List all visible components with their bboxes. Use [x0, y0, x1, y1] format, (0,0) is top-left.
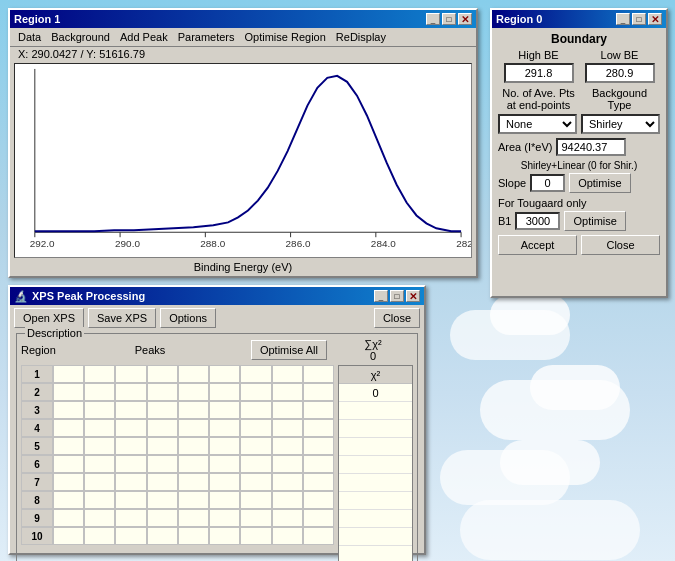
cell-4-4[interactable] — [147, 419, 178, 437]
cell-6-1[interactable] — [53, 455, 84, 473]
cell-4-9[interactable] — [303, 419, 334, 437]
xps-maximize-button[interactable]: □ — [390, 290, 404, 302]
low-be-input[interactable] — [585, 63, 655, 83]
cell-3-5[interactable] — [178, 401, 209, 419]
cell-1-9[interactable] — [303, 365, 334, 383]
cell-4-8[interactable] — [272, 419, 303, 437]
cell-1-5[interactable] — [178, 365, 209, 383]
cell-7-7[interactable] — [240, 473, 271, 491]
region1-maximize-button[interactable]: □ — [442, 13, 456, 25]
cell-2-5[interactable] — [178, 383, 209, 401]
shirley-select[interactable]: Shirley — [581, 114, 660, 134]
cell-1-4[interactable] — [147, 365, 178, 383]
cell-1-6[interactable] — [209, 365, 240, 383]
cell-5-8[interactable] — [272, 437, 303, 455]
cell-2-7[interactable] — [240, 383, 271, 401]
none-select[interactable]: None — [498, 114, 577, 134]
slope-optimise-button[interactable]: Optimise — [569, 173, 630, 193]
cell-4-2[interactable] — [84, 419, 115, 437]
cell-1-3[interactable] — [115, 365, 146, 383]
options-button[interactable]: Options — [160, 308, 216, 328]
cell-10-2[interactable] — [84, 527, 115, 545]
cell-1-1[interactable] — [53, 365, 84, 383]
cell-1-8[interactable] — [272, 365, 303, 383]
optimise-all-button[interactable]: Optimise All — [251, 340, 327, 360]
cell-3-3[interactable] — [115, 401, 146, 419]
cell-5-2[interactable] — [84, 437, 115, 455]
cell-8-1[interactable] — [53, 491, 84, 509]
region0-close-btn[interactable]: Close — [581, 235, 660, 255]
cell-3-6[interactable] — [209, 401, 240, 419]
save-xps-button[interactable]: Save XPS — [88, 308, 156, 328]
region1-minimize-button[interactable]: _ — [426, 13, 440, 25]
menu-background[interactable]: Background — [47, 30, 114, 44]
cell-6-7[interactable] — [240, 455, 271, 473]
cell-2-8[interactable] — [272, 383, 303, 401]
slope-input[interactable] — [530, 174, 565, 192]
cell-4-7[interactable] — [240, 419, 271, 437]
region0-minimize-button[interactable]: _ — [616, 13, 630, 25]
cell-8-4[interactable] — [147, 491, 178, 509]
cell-5-1[interactable] — [53, 437, 84, 455]
cell-10-9[interactable] — [303, 527, 334, 545]
cell-5-7[interactable] — [240, 437, 271, 455]
cell-10-5[interactable] — [178, 527, 209, 545]
cell-6-5[interactable] — [178, 455, 209, 473]
cell-9-7[interactable] — [240, 509, 271, 527]
cell-1-2[interactable] — [84, 365, 115, 383]
cell-8-6[interactable] — [209, 491, 240, 509]
cell-5-4[interactable] — [147, 437, 178, 455]
cell-4-5[interactable] — [178, 419, 209, 437]
cell-4-6[interactable] — [209, 419, 240, 437]
cell-4-1[interactable] — [53, 419, 84, 437]
cell-8-8[interactable] — [272, 491, 303, 509]
cell-6-6[interactable] — [209, 455, 240, 473]
menu-data[interactable]: Data — [14, 30, 45, 44]
cell-7-3[interactable] — [115, 473, 146, 491]
cell-9-6[interactable] — [209, 509, 240, 527]
menu-add-peak[interactable]: Add Peak — [116, 30, 172, 44]
region1-close-button[interactable]: ✕ — [458, 13, 472, 25]
cell-7-2[interactable] — [84, 473, 115, 491]
cell-6-8[interactable] — [272, 455, 303, 473]
cell-9-8[interactable] — [272, 509, 303, 527]
accept-button[interactable]: Accept — [498, 235, 577, 255]
menu-optimise-region[interactable]: Optimise Region — [241, 30, 330, 44]
cell-8-5[interactable] — [178, 491, 209, 509]
open-xps-button[interactable]: Open XPS — [14, 308, 84, 328]
cell-7-5[interactable] — [178, 473, 209, 491]
cell-3-4[interactable] — [147, 401, 178, 419]
cell-3-9[interactable] — [303, 401, 334, 419]
cell-3-7[interactable] — [240, 401, 271, 419]
cell-2-6[interactable] — [209, 383, 240, 401]
high-be-input[interactable] — [504, 63, 574, 83]
cell-3-8[interactable] — [272, 401, 303, 419]
cell-9-4[interactable] — [147, 509, 178, 527]
cell-2-9[interactable] — [303, 383, 334, 401]
cell-8-2[interactable] — [84, 491, 115, 509]
cell-8-9[interactable] — [303, 491, 334, 509]
cell-5-3[interactable] — [115, 437, 146, 455]
cell-7-8[interactable] — [272, 473, 303, 491]
cell-8-7[interactable] — [240, 491, 271, 509]
menu-parameters[interactable]: Parameters — [174, 30, 239, 44]
cell-6-2[interactable] — [84, 455, 115, 473]
cell-3-1[interactable] — [53, 401, 84, 419]
cell-10-8[interactable] — [272, 527, 303, 545]
cell-4-3[interactable] — [115, 419, 146, 437]
b1-optimise-button[interactable]: Optimise — [564, 211, 625, 231]
cell-2-1[interactable] — [53, 383, 84, 401]
cell-2-2[interactable] — [84, 383, 115, 401]
cell-7-4[interactable] — [147, 473, 178, 491]
cell-10-3[interactable] — [115, 527, 146, 545]
cell-10-1[interactable] — [53, 527, 84, 545]
xps-close-btn[interactable]: Close — [374, 308, 420, 328]
cell-1-7[interactable] — [240, 365, 271, 383]
cell-10-4[interactable] — [147, 527, 178, 545]
cell-5-6[interactable] — [209, 437, 240, 455]
cell-2-3[interactable] — [115, 383, 146, 401]
region0-close-button[interactable]: ✕ — [648, 13, 662, 25]
cell-5-5[interactable] — [178, 437, 209, 455]
xps-close-button[interactable]: ✕ — [406, 290, 420, 302]
cell-9-5[interactable] — [178, 509, 209, 527]
